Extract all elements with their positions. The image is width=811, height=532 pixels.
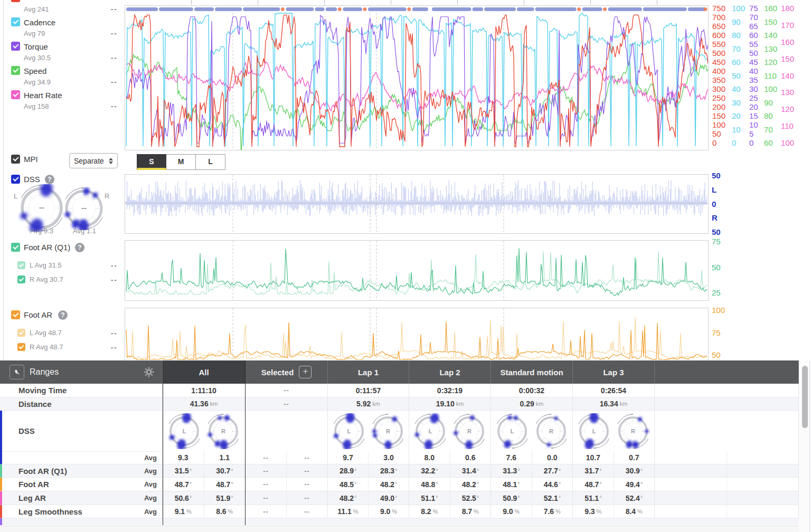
add-range-button[interactable]: +	[299, 366, 312, 378]
speed-current-value: --	[111, 78, 118, 86]
heart-rate-current-value: --	[111, 102, 118, 110]
column-header-lap-1[interactable]: Lap 1	[328, 360, 409, 384]
tick-mark	[590, 0, 591, 5]
footar-q1-chart[interactable]	[125, 240, 709, 301]
distance-value	[655, 397, 799, 410]
tick-mark	[524, 0, 524, 5]
tab-m[interactable]: M	[166, 154, 196, 170]
footar-right-value: --	[111, 344, 118, 352]
footar-q1-label: Foot AR (Q1)	[24, 243, 70, 252]
footar_q1-value: 31.3°27.7°	[491, 464, 573, 477]
column-header-lap-3[interactable]: Lap 3	[573, 360, 655, 384]
footar-value: 48.7°49.4°	[573, 478, 655, 491]
footar-value: 48.1°44.6°	[491, 478, 573, 491]
footar_q1-value: 28.9°28.3°	[328, 464, 409, 477]
torque-label: Torque	[24, 42, 48, 51]
svg-text:L: L	[183, 428, 186, 434]
svg-text:L: L	[511, 428, 514, 434]
left-panel-border	[3, 0, 4, 360]
dss-avg-value: 8.00.6	[409, 451, 491, 464]
footar-q1-right-checkbox[interactable]	[17, 276, 25, 283]
tab-l[interactable]: L	[196, 154, 225, 170]
moving-time-value: 0:32:19	[409, 384, 491, 397]
footar-value	[655, 478, 799, 491]
torque-checkbox[interactable]	[11, 42, 20, 51]
footar-right-legend: R Avg 48.7	[17, 343, 25, 353]
dss-checkbox[interactable]	[11, 175, 20, 184]
settings-gear-icon[interactable]	[143, 366, 155, 378]
footar-left-legend: L Avg 48.7	[17, 329, 25, 339]
tick-mark	[457, 0, 458, 5]
footar-value: 48.7°48.7°	[163, 478, 246, 491]
ranges-title: Ranges	[30, 367, 59, 377]
power-checkbox[interactable]	[11, 0, 20, 2]
legend-item-torque: Torque	[11, 42, 20, 52]
row-label-footar: Foot ARAvg	[2, 478, 163, 491]
svg-text:R: R	[631, 428, 635, 434]
footar-q1-checkbox[interactable]	[11, 243, 20, 252]
display-mode-select[interactable]: Separate	[69, 153, 118, 168]
svg-text:L: L	[347, 428, 351, 434]
dss-gauge-cell: LR	[163, 411, 246, 451]
footar-help-icon[interactable]: ?	[58, 310, 68, 320]
axis-torque: 757065605550454035302520151050	[749, 4, 758, 147]
svg-text:--: --	[39, 203, 44, 212]
leg_ar-value: 50.9°52.1°	[491, 491, 573, 505]
all-column-left-border	[163, 360, 163, 525]
cadence-current-value: --	[111, 30, 118, 37]
footar-q1-left-checkbox[interactable]	[17, 261, 25, 269]
footar-value: 48.5°48.2°	[328, 478, 409, 491]
dss-help-icon[interactable]: ?	[45, 175, 54, 184]
dss-chart[interactable]	[125, 174, 709, 234]
tab-s[interactable]: S	[137, 154, 166, 170]
column-header-selected[interactable]: Selected+	[246, 360, 328, 384]
dss-gauge-cell	[655, 411, 799, 451]
footar_q1-value	[655, 464, 799, 477]
distance-value: 19.10km	[409, 397, 491, 410]
tick-mark	[657, 0, 657, 5]
cadence-label: Cadence	[24, 18, 55, 27]
ranges-table: Ranges AllSelected+Lap 1Lap 2Standard mo…	[0, 360, 799, 525]
dss-gauge-cell: LR	[491, 411, 573, 451]
row-label-footar_q1: Foot AR (Q1)Avg	[2, 464, 163, 477]
tick-mark	[258, 0, 258, 5]
legend-item-power	[11, 0, 20, 4]
page-right-edge	[809, 360, 810, 532]
table-scrollbar-thumb[interactable]	[802, 366, 808, 428]
svg-text:R: R	[386, 428, 390, 434]
mpi-label: MPI	[24, 155, 38, 164]
row-label-moving-time: Moving Time	[0, 384, 163, 397]
heart-rate-checkbox[interactable]	[11, 90, 20, 99]
moving-time-value: 0:26:54	[573, 384, 655, 397]
footar-q1-help-icon[interactable]: ?	[75, 243, 84, 252]
footar-right-checkbox[interactable]	[17, 343, 25, 351]
dss-right-gauge: --	[62, 187, 106, 232]
footar-row: Foot AR ?	[11, 310, 20, 321]
svg-text:--: --	[81, 203, 87, 212]
heart-rate-avg: Avg 158	[24, 102, 49, 110]
main-metrics-chart[interactable]	[125, 5, 709, 150]
power-current-value: --	[111, 5, 118, 13]
axis-cadence: 1009080706050403020100	[732, 4, 745, 147]
row-label-dss: DSS	[2, 411, 163, 451]
footar_q1-value: ----	[246, 464, 328, 477]
column-header-lap-2[interactable]: Lap 2	[409, 360, 491, 384]
column-header-all[interactable]: All	[163, 360, 246, 384]
speed-checkbox[interactable]	[11, 66, 20, 75]
cadence-checkbox[interactable]	[11, 17, 20, 26]
stepper-arrows-icon	[109, 158, 113, 164]
pin-button[interactable]	[10, 365, 24, 379]
footar-chart[interactable]	[125, 308, 709, 360]
column-header-standard-motion[interactable]: Standard motion	[491, 360, 573, 384]
footar_q1-value: 32.2°31.4°	[409, 464, 491, 477]
dss-axis: 50L0R50	[712, 172, 721, 236]
distance-value: 0.29km	[491, 397, 573, 410]
distance-value: 41.36km	[163, 397, 246, 410]
footar-left-checkbox[interactable]	[17, 329, 25, 337]
footar-value: ----	[246, 478, 328, 491]
heart-rate-label: Heart Rate	[24, 91, 62, 100]
footar-checkbox[interactable]	[11, 310, 20, 319]
torque-avg: Avg 30.5	[24, 54, 51, 62]
dss-avg-value: ----	[246, 451, 328, 464]
mpi-checkbox[interactable]	[11, 155, 20, 164]
